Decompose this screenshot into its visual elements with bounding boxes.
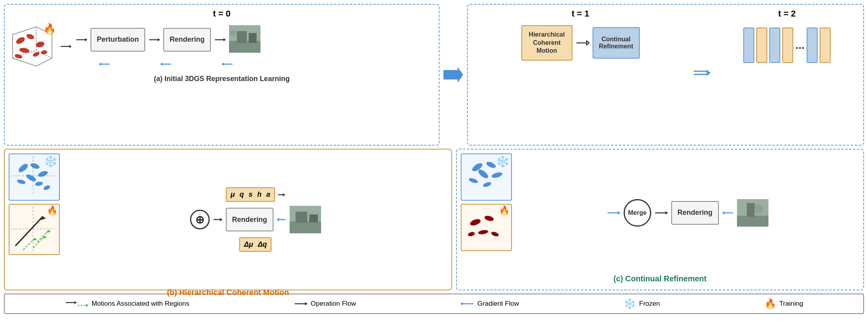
svg-point-70 [482,181,492,188]
panel-bottom-right: ❄️ 🔥 [456,149,864,290]
svg-point-5 [15,36,26,45]
merge-circle: Merge [624,199,651,227]
svg-point-43 [35,181,43,186]
arrow-matrix-right [277,191,285,199]
t1-section: t = 1 Hierarchical Coherent Motion [472,9,689,141]
perturbation-flow: Perturbation Rendering [76,25,260,68]
grid-training-svg [11,207,55,252]
caption-a: (a) Initial 3DGS Representation Learning [9,75,435,83]
legend-fire-icon: 🔥 [765,298,776,309]
plus-rendering-row: ⊕ Rendering [190,206,321,233]
svg-marker-80 [665,211,668,214]
delta-params-box: Δμ Δq [239,237,271,252]
svg-point-44 [25,173,37,183]
photo-svg-top [229,25,260,53]
svg-marker-19 [223,38,226,41]
arrow-hm-to-cr [576,39,589,47]
svg-rect-84 [737,216,768,227]
training-red-box-right: 🔥 [461,204,512,251]
t1-flow: Hierarchical Coherent Motion Continual R… [521,25,640,61]
svg-point-24 [230,30,236,36]
middle-flow-col: μ q s h a ⊕ [64,153,447,286]
svg-marker-13 [69,45,72,48]
blue-arrow-left-1 [99,60,111,68]
svg-point-45 [43,185,51,191]
delta-row: Δμ Δq [239,237,271,252]
legend-frozen: ❄️ Frozen [623,298,660,310]
svg-marker-61 [277,218,279,221]
continual-refinement-box: Continual Refinement [593,27,640,59]
svg-point-10 [14,54,23,59]
param-s: s [249,190,253,199]
merge-row: Merge Rendering [607,199,768,227]
bottom-section: ❄️ [4,149,864,290]
svg-point-42 [17,179,26,185]
svg-point-86 [754,204,763,214]
svg-marker-33 [587,41,589,45]
svg-point-67 [485,161,497,169]
svg-marker-88 [74,301,77,304]
br-blue-ellipses [464,156,507,196]
legend-training: 🔥 Training [765,298,803,309]
bar-orange-3 [820,28,831,63]
rendering-box-top: Rendering [163,28,211,52]
bar-orange-1 [756,28,767,63]
bar-blue-2 [769,28,780,63]
return-arrows-row [99,60,233,68]
arrow-merge-to-render [654,209,668,217]
caption-c: (c) Continual Refinement [461,274,859,283]
svg-rect-63 [290,222,321,233]
double-arrow-t1-t2 [693,9,711,141]
arrow-right-1 [60,42,72,50]
frozen-blue-box: ❄️ [9,153,60,201]
panel-bottom-left: ❄️ [4,149,452,290]
main-container: t = 0 [0,0,868,325]
fire-icon-top-left: 🔥 [43,23,56,35]
photo-bottom-left [290,206,321,233]
arrow-render-to-photo [214,36,226,44]
svg-point-74 [478,229,488,235]
svg-marker-36 [707,70,711,76]
svg-marker-55 [46,230,51,233]
panel-top-right: t = 1 Hierarchical Coherent Motion [467,4,864,146]
svg-marker-26 [99,63,101,66]
caption-b: (b) Hierarchical Coherent Motion [9,288,447,297]
svg-point-73 [484,215,494,222]
hierarchical-motion-box: Hierarchical Coherent Motion [521,25,573,61]
param-q: q [240,190,244,199]
svg-point-72 [469,218,481,227]
svg-marker-30 [222,63,224,66]
svg-point-76 [467,231,475,237]
legend-arrow-blue-left [460,300,474,308]
flow-arrows-top [60,42,72,50]
rendering-box-bottom-right: Rendering [671,201,719,225]
frozen-blue-box-right: ❄️ [461,153,512,201]
photo-top-left [229,25,260,54]
grid-lines-svg [11,156,55,196]
svg-marker-59 [220,218,223,221]
svg-point-11 [41,50,47,55]
svg-marker-94 [460,302,463,305]
t0-label: t = 0 [9,9,435,19]
param-a: a [266,190,270,199]
cube-container: 🔥 [9,23,56,70]
svg-rect-64 [295,212,307,223]
svg-point-75 [491,231,499,237]
rendering-box-bottom-left: Rendering [226,208,273,231]
legend-motions: Motions Associated with Regions [65,300,190,308]
perturbation-box: Perturbation [90,28,145,52]
bottom-right-content: ❄️ 🔥 [461,153,859,272]
double-arrow-svg [693,68,711,82]
svg-point-71 [477,168,489,180]
svg-marker-90 [86,304,89,307]
t2-bars: ... [743,28,830,63]
plus-circle: ⊕ [190,210,210,229]
svg-marker-31 [443,67,463,83]
svg-marker-57 [283,193,285,196]
arrow-plus-to-render [213,216,223,223]
top-section: t = 0 [4,4,864,146]
dots-label: ... [795,39,804,52]
svg-marker-92 [305,302,308,305]
matrix-params-box: μ q s h a [226,187,275,202]
panel-top-left: t = 0 [4,4,440,146]
